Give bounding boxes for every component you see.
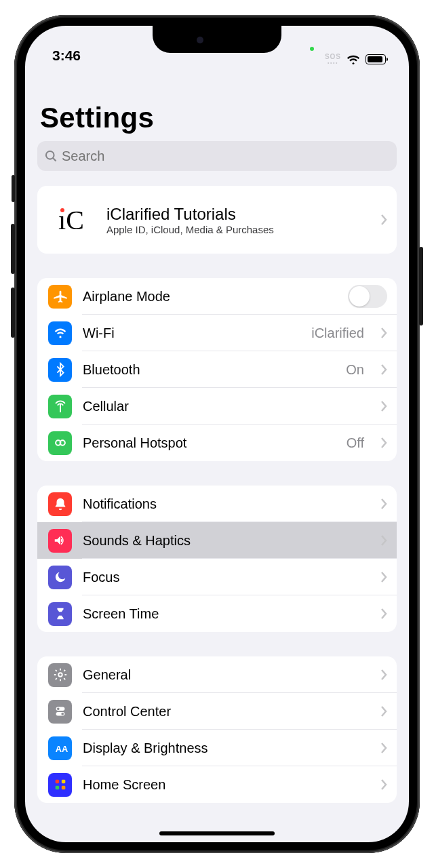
search-icon bbox=[44, 149, 58, 163]
home-indicator[interactable] bbox=[159, 831, 275, 835]
row-label: Home Screen bbox=[83, 777, 370, 793]
status-time: 3:46 bbox=[52, 47, 81, 65]
alerts-group: Notifications Sounds & Haptics Focus Scr… bbox=[37, 486, 397, 632]
cellular-icon bbox=[48, 395, 72, 418]
row-label: Wi-Fi bbox=[83, 326, 300, 341]
bluetooth-icon bbox=[48, 358, 72, 382]
chevron-right-icon bbox=[380, 534, 387, 547]
row-wifi[interactable]: Wi-Fi iClarified bbox=[37, 315, 397, 351]
chevron-right-icon bbox=[380, 778, 387, 791]
svg-rect-11 bbox=[61, 780, 65, 784]
chevron-right-icon bbox=[380, 742, 387, 754]
search-input[interactable] bbox=[62, 149, 390, 164]
screentime-icon bbox=[48, 602, 72, 626]
svg-point-7 bbox=[56, 708, 59, 711]
svg-line-1 bbox=[53, 158, 56, 161]
hotspot-icon bbox=[48, 431, 72, 455]
sos-indicator: SOS •••• bbox=[325, 54, 341, 65]
row-label: Personal Hotspot bbox=[83, 435, 336, 451]
display-icon: AA bbox=[48, 736, 72, 760]
notch bbox=[153, 26, 281, 53]
general-group: General Control Center AA Display & Brig… bbox=[37, 656, 397, 803]
screen: 3:46 SOS •••• Settings bbox=[25, 26, 409, 842]
status-right: SOS •••• bbox=[325, 54, 386, 65]
battery-icon bbox=[366, 54, 386, 64]
row-notifications[interactable]: Notifications bbox=[37, 486, 397, 522]
svg-text:AA: AA bbox=[55, 744, 67, 754]
row-label: Focus bbox=[83, 570, 370, 585]
row-label: Airplane Mode bbox=[83, 289, 337, 304]
row-bluetooth[interactable]: Bluetooth On bbox=[37, 351, 397, 388]
chevron-right-icon bbox=[380, 571, 387, 583]
row-personal-hotspot[interactable]: Personal Hotspot Off bbox=[37, 425, 397, 461]
row-general[interactable]: General bbox=[37, 656, 397, 693]
notifications-icon bbox=[48, 492, 72, 516]
account-subtitle: Apple ID, iCloud, Media & Purchases bbox=[106, 224, 368, 235]
row-screen-time[interactable]: Screen Time bbox=[37, 595, 397, 632]
row-label: Notifications bbox=[83, 496, 370, 512]
chevron-right-icon bbox=[380, 437, 387, 449]
wifi-settings-icon bbox=[48, 321, 72, 345]
chevron-right-icon bbox=[380, 327, 387, 339]
row-airplane-mode[interactable]: Airplane Mode bbox=[37, 278, 397, 315]
wifi-icon bbox=[347, 54, 360, 64]
row-sounds-haptics[interactable]: Sounds & Haptics bbox=[37, 522, 397, 559]
general-icon bbox=[48, 663, 72, 687]
chevron-right-icon bbox=[380, 669, 387, 681]
chevron-right-icon bbox=[380, 400, 387, 412]
chevron-right-icon bbox=[380, 214, 387, 226]
airplane-icon bbox=[48, 285, 72, 309]
row-display-brightness[interactable]: AA Display & Brightness bbox=[37, 730, 397, 766]
row-label: Control Center bbox=[83, 704, 370, 719]
chevron-right-icon bbox=[380, 705, 387, 717]
svg-rect-12 bbox=[55, 786, 59, 790]
account-name: iClarified Tutorials bbox=[106, 205, 368, 224]
account-row[interactable]: ıC iClarified Tutorials Apple ID, iCloud… bbox=[37, 186, 397, 254]
connectivity-group: Airplane Mode Wi-Fi iClarified Bluetooth… bbox=[37, 278, 397, 461]
row-home-screen[interactable]: Home Screen bbox=[37, 766, 397, 803]
row-label: Sounds & Haptics bbox=[83, 533, 370, 549]
phone-frame: 3:46 SOS •••• Settings bbox=[14, 15, 420, 853]
search-bar[interactable] bbox=[37, 141, 397, 171]
chevron-right-icon bbox=[380, 363, 387, 376]
airplane-toggle[interactable] bbox=[348, 285, 387, 308]
avatar: ıC bbox=[48, 197, 94, 243]
privacy-indicator-dot bbox=[310, 47, 314, 51]
row-label: General bbox=[83, 667, 370, 683]
page-title: Settings bbox=[37, 65, 397, 141]
home-screen-icon bbox=[48, 773, 72, 797]
row-label: Display & Brightness bbox=[83, 741, 370, 756]
svg-rect-13 bbox=[61, 786, 65, 790]
row-label: Cellular bbox=[83, 399, 370, 414]
sounds-icon bbox=[48, 529, 72, 553]
focus-icon bbox=[48, 566, 72, 589]
chevron-right-icon bbox=[380, 608, 387, 620]
svg-rect-10 bbox=[55, 780, 59, 784]
svg-point-0 bbox=[46, 151, 54, 159]
row-value: iClarified bbox=[311, 326, 364, 341]
row-value: Off bbox=[347, 435, 364, 451]
svg-point-4 bbox=[58, 673, 62, 677]
row-label: Screen Time bbox=[83, 606, 370, 622]
row-cellular[interactable]: Cellular bbox=[37, 388, 397, 425]
account-group: ıC iClarified Tutorials Apple ID, iCloud… bbox=[37, 186, 397, 254]
control-center-icon bbox=[48, 700, 72, 724]
row-label: Bluetooth bbox=[83, 362, 335, 378]
chevron-right-icon bbox=[380, 498, 387, 510]
svg-point-8 bbox=[61, 713, 64, 715]
row-value: On bbox=[346, 362, 364, 378]
row-focus[interactable]: Focus bbox=[37, 559, 397, 595]
row-control-center[interactable]: Control Center bbox=[37, 693, 397, 730]
